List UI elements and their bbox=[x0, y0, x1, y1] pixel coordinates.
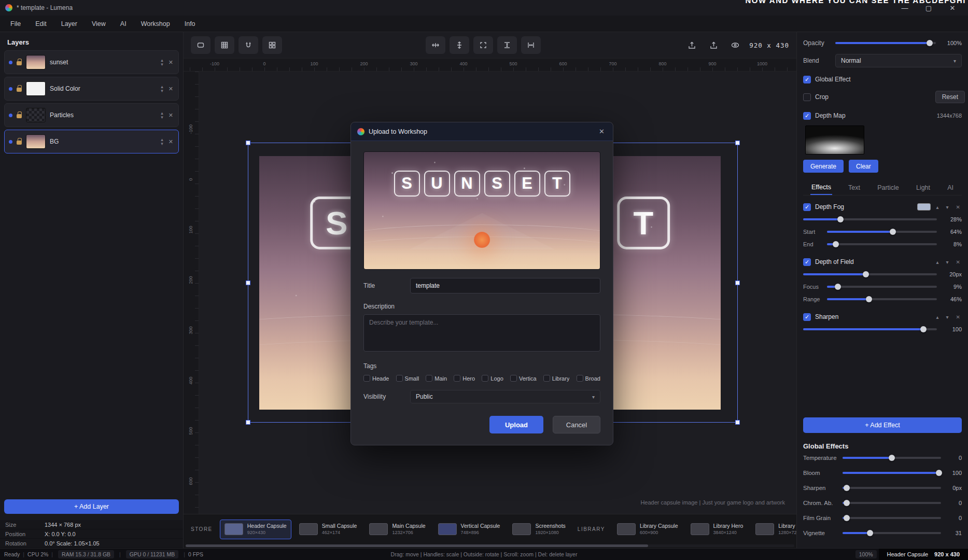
blend-select[interactable]: Normal▾ bbox=[835, 54, 962, 67]
film-grain-slider[interactable] bbox=[843, 517, 941, 519]
effect-move-up-icon[interactable]: ▴ bbox=[935, 314, 941, 320]
layer-visibility-dot[interactable] bbox=[9, 140, 12, 144]
depth-fog-end-slider[interactable] bbox=[827, 243, 937, 245]
effect-enabled-checkbox[interactable] bbox=[803, 258, 811, 266]
layer-visibility-dot[interactable] bbox=[9, 114, 12, 117]
resize-handle[interactable] bbox=[246, 420, 250, 425]
layer-delete-icon[interactable]: ✕ bbox=[167, 138, 174, 145]
menu-ai[interactable]: AI bbox=[113, 17, 134, 31]
tag-library[interactable]: Library bbox=[543, 375, 570, 382]
layer-visibility-dot[interactable] bbox=[9, 87, 12, 91]
tag-checkbox[interactable] bbox=[454, 375, 460, 382]
layout-grid-button[interactable] bbox=[262, 36, 282, 54]
share-icon[interactable] bbox=[706, 37, 721, 53]
effect-remove-icon[interactable]: ✕ bbox=[955, 259, 962, 265]
layer-delete-icon[interactable]: ✕ bbox=[167, 59, 174, 66]
generate-button[interactable]: Generate bbox=[803, 160, 844, 173]
depth-fog-start-slider[interactable] bbox=[827, 231, 937, 233]
menu-workshop[interactable]: Workshop bbox=[134, 17, 177, 31]
bloom-slider[interactable] bbox=[843, 472, 941, 474]
lock-icon[interactable] bbox=[17, 61, 22, 65]
dof-amount-slider[interactable] bbox=[803, 273, 937, 275]
fit-expand-button[interactable] bbox=[473, 36, 493, 54]
tab-ai[interactable]: AI bbox=[946, 180, 955, 195]
tab-particle[interactable]: Particle bbox=[876, 180, 900, 195]
lock-icon[interactable] bbox=[17, 88, 22, 92]
depth-map-checkbox[interactable] bbox=[803, 112, 811, 120]
layer-delete-icon[interactable]: ✕ bbox=[167, 86, 174, 92]
lock-icon[interactable] bbox=[17, 114, 22, 118]
chromatic-aberration-slider[interactable] bbox=[843, 502, 941, 504]
layer-down-icon[interactable]: ▾ bbox=[161, 142, 163, 146]
effect-enabled-checkbox[interactable] bbox=[803, 313, 811, 321]
tab-effects[interactable]: Effects bbox=[810, 180, 832, 195]
tag-checkbox[interactable] bbox=[363, 375, 370, 382]
effect-remove-icon[interactable]: ✕ bbox=[955, 314, 962, 320]
menu-file[interactable]: File bbox=[3, 17, 28, 31]
align-horizontal-button[interactable] bbox=[426, 36, 445, 54]
sharpen-global-slider[interactable] bbox=[843, 487, 941, 489]
tag-header[interactable]: Heade bbox=[363, 375, 389, 382]
resize-handle[interactable] bbox=[735, 281, 740, 285]
layer-down-icon[interactable]: ▾ bbox=[161, 115, 163, 119]
preview-eye-icon[interactable] bbox=[727, 37, 743, 53]
magnet-tool-button[interactable] bbox=[239, 36, 258, 54]
vignette-slider[interactable] bbox=[843, 532, 941, 534]
visibility-select[interactable]: Public▾ bbox=[410, 390, 600, 403]
effect-move-down-icon[interactable]: ▾ bbox=[945, 259, 950, 265]
tag-checkbox[interactable] bbox=[577, 375, 583, 382]
opacity-slider[interactable] bbox=[835, 42, 936, 44]
menu-layer[interactable]: Layer bbox=[54, 17, 85, 31]
layer-row-solid-color[interactable]: Solid Color ▴▾ ✕ bbox=[4, 77, 179, 101]
zoom-level[interactable]: 100% bbox=[855, 550, 877, 558]
shape-tool-button[interactable] bbox=[191, 36, 211, 54]
depth-fog-amount-slider[interactable] bbox=[803, 218, 937, 220]
tab-light[interactable]: Light bbox=[915, 180, 931, 195]
effect-enabled-checkbox[interactable] bbox=[803, 203, 811, 211]
export-icon[interactable] bbox=[684, 37, 699, 53]
strip-scrollbar-thumb[interactable] bbox=[186, 544, 648, 547]
lock-icon[interactable] bbox=[17, 141, 22, 145]
menu-edit[interactable]: Edit bbox=[28, 17, 54, 31]
align-vertical-button[interactable] bbox=[450, 36, 469, 54]
menu-info[interactable]: Info bbox=[177, 17, 203, 31]
effect-move-down-icon[interactable]: ▾ bbox=[945, 314, 950, 320]
layer-row-sunset[interactable]: sunset ▴▾ ✕ bbox=[4, 50, 179, 74]
menu-view[interactable]: View bbox=[85, 17, 113, 31]
description-textarea[interactable] bbox=[363, 314, 600, 352]
dialog-close-icon[interactable]: ✕ bbox=[597, 127, 607, 136]
tag-checkbox[interactable] bbox=[396, 375, 403, 382]
template-library-hero[interactable]: Library Hero3840×1240 bbox=[686, 520, 748, 539]
layer-down-icon[interactable]: ▾ bbox=[161, 62, 163, 66]
tag-vertical[interactable]: Vertica bbox=[510, 375, 537, 382]
add-effect-button[interactable]: + Add Effect bbox=[803, 417, 962, 433]
strip-scrollbar[interactable] bbox=[186, 544, 794, 547]
template-small-capsule[interactable]: Small Capsule462×174 bbox=[294, 520, 362, 539]
template-main-capsule[interactable]: Main Capsule1232×706 bbox=[364, 520, 430, 539]
upload-button[interactable]: Upload bbox=[489, 416, 543, 433]
dof-range-slider[interactable] bbox=[827, 298, 937, 300]
layer-visibility-dot[interactable] bbox=[9, 61, 12, 64]
effect-move-up-icon[interactable]: ▴ bbox=[935, 259, 941, 265]
dialog-header[interactable]: Upload to Workshop ✕ bbox=[351, 122, 613, 141]
tag-main[interactable]: Main bbox=[426, 375, 447, 382]
effect-move-down-icon[interactable]: ▾ bbox=[945, 204, 950, 210]
distribute-horizontal-button[interactable] bbox=[521, 36, 541, 54]
resize-handle[interactable] bbox=[246, 141, 250, 145]
tag-logo[interactable]: Logo bbox=[482, 375, 503, 382]
resize-handle[interactable] bbox=[735, 420, 740, 425]
effect-remove-icon[interactable]: ✕ bbox=[955, 204, 962, 210]
tag-broad[interactable]: Broad bbox=[577, 375, 600, 382]
dof-focus-slider[interactable] bbox=[827, 286, 937, 288]
add-layer-button[interactable]: + Add Layer bbox=[4, 499, 179, 514]
layer-row-particles[interactable]: Particles ▴▾ ✕ bbox=[4, 103, 179, 127]
title-input[interactable] bbox=[410, 278, 600, 293]
tab-text[interactable]: Text bbox=[847, 180, 861, 195]
distribute-vertical-button[interactable] bbox=[497, 36, 517, 54]
tag-checkbox[interactable] bbox=[426, 375, 432, 382]
template-vertical-capsule[interactable]: Vertical Capsule748×896 bbox=[433, 520, 505, 539]
reset-button[interactable]: Reset bbox=[935, 91, 965, 103]
clear-button[interactable]: Clear bbox=[849, 160, 878, 173]
tag-checkbox[interactable] bbox=[543, 375, 550, 382]
template-library-capsule[interactable]: Library Capsule600×900 bbox=[612, 520, 683, 539]
